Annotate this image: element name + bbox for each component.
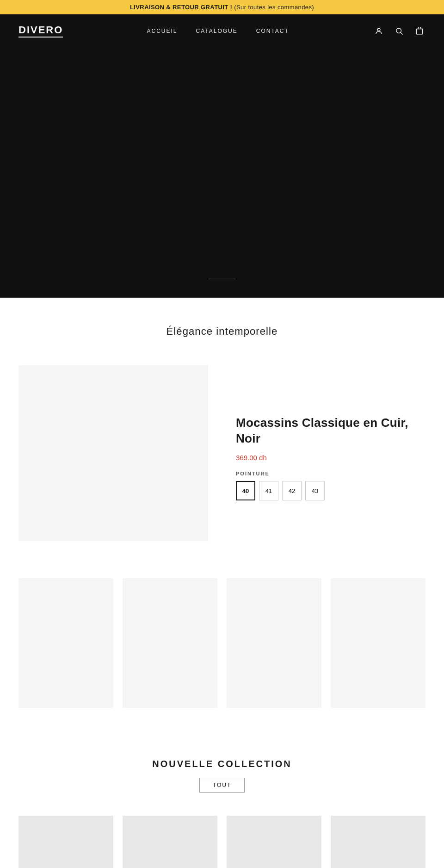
new-collection-title: NOUVELLE COLLECTION [18,759,426,769]
mid-product-2 [123,578,217,708]
product-card-image-4 [331,816,426,868]
site-header: DIVERO ACCUEIL CATALOGUE CONTACT [0,14,444,48]
logo-text: DIVERO [18,25,63,35]
product-card-image-2 [123,816,217,868]
hero-line [208,279,236,279]
product-card-3: Mocassin Cuir Noir Homme, Confort 449.00… [227,816,321,868]
svg-line-2 [401,32,402,34]
size-btn-40[interactable]: 40 [236,481,255,500]
featured-product-image [18,365,208,541]
mid-products-area [0,569,444,745]
svg-rect-3 [416,29,423,34]
mid-product-4 [331,578,426,708]
hero-section [0,48,444,298]
search-icon[interactable] [393,25,405,37]
size-btn-42[interactable]: 42 [282,481,302,500]
product-card-1: Mocassins d'été de Luxe, Légers et Respi… [18,816,113,868]
nav-accueil[interactable]: ACCUEIL [147,28,178,34]
header-icons [373,25,426,37]
svg-point-0 [377,28,380,31]
product-card-image-3 [227,816,321,868]
logo[interactable]: DIVERO [18,25,63,37]
size-btn-43[interactable]: 43 [305,481,325,500]
size-options: 40 41 42 43 [236,481,426,500]
tout-button[interactable]: TOUT [199,778,245,793]
svg-point-1 [396,28,401,33]
featured-product-section: Mocassins Classique en Cuir, Noir 369.00… [0,356,444,569]
nav-catalogue[interactable]: CATALOGUE [196,28,238,34]
size-btn-41[interactable]: 41 [259,481,278,500]
featured-product-title: Mocassins Classique en Cuir, Noir [236,415,426,447]
cart-icon[interactable] [413,25,426,37]
announcement-bold: LIVRAISON & RETOUR GRATUIT ! [130,4,232,11]
featured-product-info: Mocassins Classique en Cuir, Noir 369.00… [227,406,426,501]
announcement-bar: LIVRAISON & RETOUR GRATUIT ! (Sur toutes… [0,0,444,14]
logo-underline [18,37,63,37]
new-collection-section: NOUVELLE COLLECTION TOUT [0,745,444,816]
pointure-label: POINTURE [236,471,426,476]
announcement-normal: (Sur toutes les commandes) [234,4,314,11]
product-card-2: Mocassins d'été de Luxe, Légers et Respi… [123,816,217,868]
nav-contact[interactable]: CONTACT [256,28,289,34]
account-icon[interactable] [373,25,385,37]
mid-product-1 [18,578,113,708]
mid-product-3 [227,578,321,708]
main-nav: ACCUEIL CATALOGUE CONTACT [147,28,289,34]
featured-product-price: 369.00 dh [236,454,426,462]
product-card-4: Mocassins Classique en Cuir, Tabac 369.0… [331,816,426,868]
product-grid: Mocassins d'été de Luxe, Légers et Respi… [0,816,444,868]
product-card-image-1 [18,816,113,868]
tagline-section: Élégance intemporelle [0,298,444,356]
tagline-text: Élégance intemporelle [9,325,435,337]
